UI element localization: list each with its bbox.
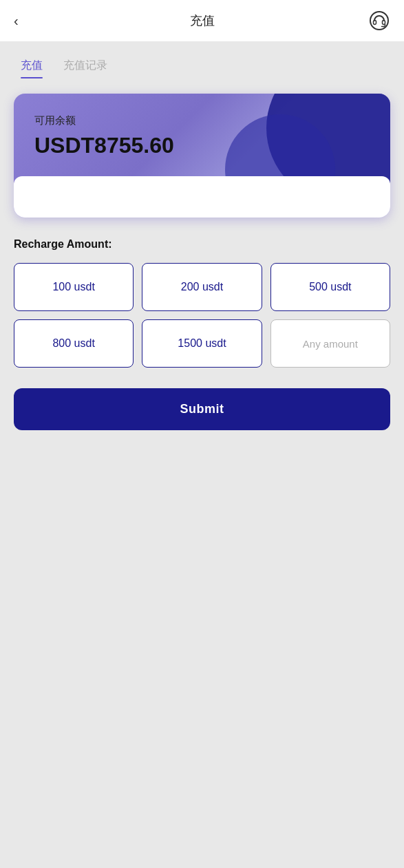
submit-button[interactable]: Submit bbox=[14, 388, 390, 430]
amount-button-1500[interactable]: 1500 usdt bbox=[142, 319, 262, 368]
svg-point-0 bbox=[370, 12, 388, 30]
support-button[interactable] bbox=[368, 10, 390, 32]
amount-button-any[interactable]: Any amount bbox=[270, 319, 390, 368]
back-icon: ‹ bbox=[14, 13, 19, 29]
card-bottom-white bbox=[14, 176, 390, 218]
balance-card-wrapper: 可用余额 USDT8755.60 bbox=[0, 83, 404, 231]
tab-recharge[interactable]: 充值 bbox=[21, 55, 43, 76]
balance-amount: USDT8755.60 bbox=[34, 133, 370, 158]
content-top: 充值 充值记录 可用余额 USDT8755.60 Recharge Amount… bbox=[0, 41, 404, 444]
tab-history[interactable]: 充值记录 bbox=[63, 55, 107, 76]
amount-button-200[interactable]: 200 usdt bbox=[142, 263, 262, 311]
main-content: 充值 充值记录 可用余额 USDT8755.60 Recharge Amount… bbox=[0, 41, 404, 868]
page-title: 充值 bbox=[190, 12, 215, 29]
amount-button-500[interactable]: 500 usdt bbox=[270, 263, 390, 311]
back-button[interactable]: ‹ bbox=[14, 13, 19, 29]
tabs-container: 充值 充值记录 bbox=[0, 41, 404, 83]
balance-label: 可用余额 bbox=[34, 114, 370, 127]
recharge-section: Recharge Amount: 100 usdt 200 usdt 500 u… bbox=[0, 231, 404, 444]
amount-grid: 100 usdt 200 usdt 500 usdt 800 usdt 1500… bbox=[14, 263, 390, 368]
amount-button-100[interactable]: 100 usdt bbox=[14, 263, 134, 311]
header: ‹ 充值 bbox=[0, 0, 404, 41]
amount-button-800[interactable]: 800 usdt bbox=[14, 319, 134, 368]
headset-icon bbox=[370, 11, 389, 30]
recharge-section-label: Recharge Amount: bbox=[14, 238, 390, 251]
balance-card: 可用余额 USDT8755.60 bbox=[14, 94, 390, 218]
